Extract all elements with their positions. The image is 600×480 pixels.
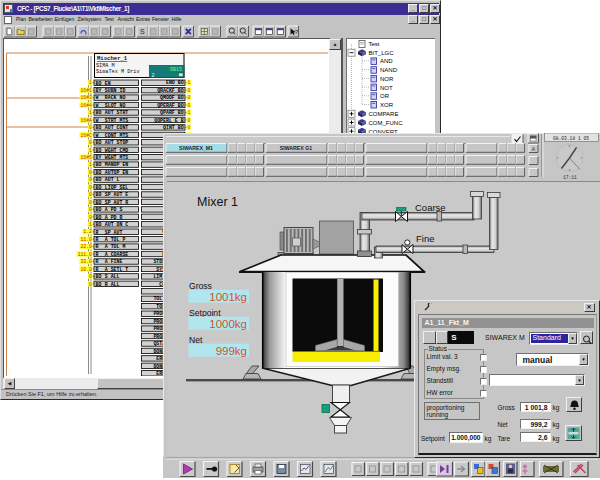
svg-text:AUT CONT: AUT CONT: [105, 125, 129, 130]
svg-text:BO: BO: [96, 162, 102, 167]
svg-text:Gross: Gross: [189, 280, 212, 290]
svg-text:A FINE: A FINE: [105, 259, 123, 264]
svg-text:QMODF BO: QMODF BO: [160, 95, 184, 100]
svg-text:1001kg: 1001kg: [209, 290, 247, 302]
svg-text:BO: BO: [96, 200, 102, 205]
svg-text:COMPARE: COMPARE: [369, 111, 399, 117]
svg-text:XOR: XOR: [380, 102, 394, 108]
svg-text:0: 0: [89, 282, 92, 287]
svg-text:R: R: [96, 230, 99, 235]
svg-text:QRACKF BO: QRACKF BO: [157, 88, 183, 93]
svg-text:16#3: 16#3: [81, 95, 92, 100]
svg-text:0: 0: [89, 125, 92, 130]
svg-text:BIT_LGC: BIT_LGC: [369, 50, 395, 56]
svg-text:BO: BO: [96, 170, 102, 175]
svg-text:08.03.18 1 05: 08.03.18 1 05: [553, 135, 589, 140]
svg-text:S ALL: S ALL: [105, 274, 120, 279]
svg-text:0: 0: [188, 88, 191, 93]
svg-text:R: R: [96, 252, 99, 257]
svg-text:RACK NO: RACK NO: [105, 95, 126, 100]
svg-text:1: 1: [89, 162, 92, 167]
svg-text:999kg: 999kg: [215, 344, 246, 356]
svg-text:1000kg: 1000kg: [209, 317, 247, 329]
svg-text:BO: BO: [96, 110, 102, 115]
svg-text:LIOP SEL: LIOP SEL: [105, 185, 129, 190]
svg-text:QPARF BO: QPARF BO: [160, 110, 184, 115]
svg-text:1: 1: [89, 80, 92, 85]
svg-text:Setpoint: Setpoint: [189, 307, 221, 317]
svg-text:16#C: 16#C: [81, 133, 92, 138]
svg-text:0: 0: [188, 95, 191, 100]
svg-text:W: W: [96, 95, 99, 100]
svg-text:0: 0: [89, 192, 92, 197]
svg-text:0: 0: [89, 185, 92, 190]
svg-text:QOPERL E B: QOPERL E B: [154, 118, 183, 123]
svg-text:SIWAREX G1: SIWAREX G1: [279, 145, 311, 151]
svg-text:1: 1: [89, 148, 92, 153]
svg-text:BY: BY: [96, 88, 102, 93]
svg-text:SimaTex M Driv: SimaTex M Driv: [96, 69, 140, 75]
svg-text:OR: OR: [380, 93, 390, 99]
svg-text:A TOL M: A TOL M: [105, 244, 126, 249]
svg-text:BO: BO: [96, 140, 102, 145]
svg-text:AUT L: AUT L: [105, 177, 120, 182]
svg-text:16#A: 16#A: [81, 118, 92, 123]
svg-text:W: W: [96, 133, 99, 138]
svg-text:A SETL T: A SETL T: [105, 267, 129, 272]
svg-text:16#1: 16#1: [81, 88, 92, 93]
svg-text:CONT MTS: CONT MTS: [105, 133, 129, 138]
svg-text:QPERAF BO: QPERAF BO: [157, 103, 183, 108]
svg-text:EN: EN: [105, 81, 111, 86]
svg-text:0: 0: [89, 200, 92, 205]
svg-text:BO: BO: [96, 215, 102, 220]
svg-text:1: 1: [188, 110, 191, 115]
svg-text:0: 0: [188, 118, 191, 123]
svg-text:OB15: OB15: [170, 67, 182, 73]
svg-text:NOR: NOR: [380, 76, 394, 82]
svg-text:0: 0: [89, 140, 92, 145]
svg-text:NAND: NAND: [380, 67, 398, 73]
svg-text:WGHT MTS: WGHT MTS: [105, 155, 129, 160]
svg-text:QINT BO: QINT BO: [163, 125, 184, 130]
svg-text:111.0: 111.0: [78, 252, 92, 257]
svg-text:R: R: [96, 267, 99, 272]
svg-text:1.2: 1.2: [83, 229, 92, 234]
svg-text:ENO BO: ENO BO: [166, 80, 184, 85]
svg-text:SLOT NO: SLOT NO: [105, 103, 126, 108]
svg-text:STRT MTS: STRT MTS: [105, 118, 129, 123]
svg-text:0: 0: [89, 177, 92, 182]
svg-text:S: S: [140, 28, 145, 35]
svg-text:1: 1: [188, 80, 191, 85]
svg-text:BO: BO: [96, 192, 102, 197]
svg-text:BY: BY: [96, 155, 102, 160]
svg-text:Fine: Fine: [416, 233, 434, 244]
svg-text:10.0: 10.0: [81, 267, 92, 272]
svg-text:AND: AND: [380, 58, 393, 64]
svg-text:A TOL P: A TOL P: [105, 237, 126, 242]
svg-text:R: R: [96, 237, 99, 242]
svg-text:R ALL: R ALL: [105, 282, 120, 287]
svg-text:0: 0: [89, 274, 92, 279]
svg-text:BO: BO: [96, 81, 102, 86]
svg-text:A PD S: A PD S: [105, 207, 123, 212]
svg-text:BO: BO: [96, 282, 102, 287]
svg-text:WGHT CMD: WGHT CMD: [105, 148, 129, 153]
svg-text:BO: BO: [96, 222, 102, 227]
svg-text:SP AUT R: SP AUT R: [105, 200, 129, 205]
svg-text:SUBN ID: SUBN ID: [105, 88, 126, 93]
svg-text:Mixer 1: Mixer 1: [197, 195, 238, 209]
svg-text:R: R: [96, 244, 99, 249]
svg-text:16#4: 16#4: [81, 103, 92, 108]
svg-text:0: 0: [89, 207, 92, 212]
svg-text:AUT STRT: AUT STRT: [105, 110, 129, 115]
svg-text:BO: BO: [96, 125, 102, 130]
svg-text:BO: BO: [96, 207, 102, 212]
svg-text:BO: BO: [96, 177, 102, 182]
svg-text:BO: BO: [96, 185, 102, 190]
svg-text:AUT STOP: AUT STOP: [105, 140, 129, 145]
svg-text:0: 0: [89, 215, 92, 220]
svg-text:16#5: 16#5: [81, 155, 92, 160]
svg-text:Test: Test: [369, 41, 380, 47]
svg-text:11.0: 11.0: [81, 237, 92, 242]
svg-text:W: W: [96, 118, 99, 123]
